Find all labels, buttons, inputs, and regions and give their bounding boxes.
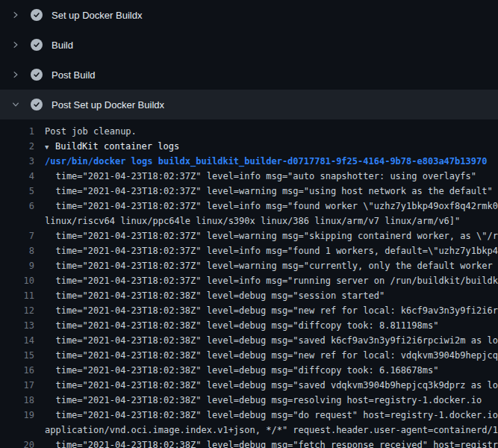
log-line-text: time="2021-04-23T18:02:37Z" level=info m… [45,199,498,214]
log-line: 9 time="2021-04-23T18:02:37Z" level=warn… [0,258,498,273]
section-header-post-set-up-docker-buildx[interactable]: Post Set up Docker Buildx [0,90,498,119]
log-line-number[interactable]: 5 [0,184,45,199]
log-line: 1Post job cleanup. [0,124,498,139]
log-line-number[interactable]: 4 [0,169,45,184]
success-check-icon [31,9,43,21]
chevron-right-icon [10,69,21,80]
section-title: Build [52,40,73,51]
log-line-text: time="2021-04-23T18:02:37Z" level=warnin… [45,228,498,243]
log-line-text: time="2021-04-23T18:02:38Z" level=debug … [45,393,498,408]
log-line-text: time="2021-04-23T18:02:37Z" level=info m… [45,243,498,258]
log-line-number [0,423,45,438]
log-line-number[interactable]: 1 [0,124,45,139]
log-line-text: time="2021-04-23T18:02:37Z" level=warnin… [45,258,498,273]
log-line-text: time="2021-04-23T18:02:38Z" level=debug … [45,348,498,363]
log-line: 18 time="2021-04-23T18:02:38Z" level=deb… [0,393,498,408]
section-title: Post Set up Docker Buildx [52,99,164,111]
log-line-text: time="2021-04-23T18:02:38Z" level=debug … [45,288,498,303]
log-line-text: time="2021-04-23T18:02:38Z" level=debug … [45,318,498,333]
log-group-caret-icon[interactable]: ▼ [45,140,55,155]
log-line-text: ▼BuildKit container logs [45,139,498,154]
log-line-text: time="2021-04-23T18:02:38Z" level=debug … [45,363,498,378]
log-line: 15 time="2021-04-23T18:02:38Z" level=deb… [0,348,498,363]
log-line: application/vnd.oci.image.index.v1+json,… [0,423,498,438]
success-check-icon [31,99,43,111]
log-line: 14 time="2021-04-23T18:02:38Z" level=deb… [0,333,498,348]
log-line-number[interactable]: 6 [0,199,45,214]
log-line-number[interactable]: 2 [0,139,45,154]
log-line-number[interactable]: 16 [0,363,45,378]
log-line-number[interactable]: 19 [0,408,45,423]
log-line-text: time="2021-04-23T18:02:38Z" level=debug … [45,408,498,423]
log-line-number[interactable]: 3 [0,154,45,169]
success-check-icon [31,39,43,51]
log-line-text: application/vnd.oci.image.index.v1+json,… [45,423,498,438]
log-line: 5 time="2021-04-23T18:02:37Z" level=warn… [0,184,498,199]
chevron-right-icon [10,10,21,20]
log-line-number[interactable]: 13 [0,318,45,333]
log-line-number[interactable]: 10 [0,273,45,288]
log-line-number[interactable]: 18 [0,393,45,408]
log-line-number[interactable]: 15 [0,348,45,363]
log-line-text: time="2021-04-23T18:02:38Z" level=debug … [45,378,498,393]
log-line: 19 time="2021-04-23T18:02:38Z" level=deb… [0,408,498,423]
log-line: 8 time="2021-04-23T18:02:37Z" level=info… [0,243,498,258]
log-line-number[interactable]: 11 [0,288,45,303]
log-line-text: time="2021-04-23T18:02:37Z" level=warnin… [45,184,498,199]
section-title: Set up Docker Buildx [52,10,142,21]
log-line: linux/riscv64 linux/ppc64le linux/s390x … [0,214,498,228]
log-line: 7 time="2021-04-23T18:02:37Z" level=warn… [0,228,498,243]
log-line: 4 time="2021-04-23T18:02:37Z" level=info… [0,169,498,184]
log-line-number[interactable]: 8 [0,243,45,258]
log-line: 2▼BuildKit container logs [0,139,498,154]
log-line: 17 time="2021-04-23T18:02:38Z" level=deb… [0,378,498,393]
log-line-number[interactable]: 14 [0,333,45,348]
log-line-text: time="2021-04-23T18:02:37Z" level=info m… [45,273,498,288]
log-group-title: BuildKit container logs [55,141,179,152]
log-line-text: time="2021-04-23T18:02:38Z" level=debug … [45,303,498,318]
log-line-number [0,214,45,228]
section-header-build[interactable]: Build [0,30,498,60]
log-line: 10 time="2021-04-23T18:02:37Z" level=inf… [0,273,498,288]
success-check-icon [31,69,43,81]
log-line-text: time="2021-04-23T18:02:38Z" level=debug … [45,438,498,448]
log-line: 3/usr/bin/docker logs buildx_buildkit_bu… [0,154,498,169]
log-line: 20 time="2021-04-23T18:02:38Z" level=deb… [0,438,498,448]
log-line-text: Post job cleanup. [45,124,498,139]
log-line: 13 time="2021-04-23T18:02:38Z" level=deb… [0,318,498,333]
log-line: 6 time="2021-04-23T18:02:37Z" level=info… [0,199,498,214]
log-line-number[interactable]: 17 [0,378,45,393]
log-line: 16 time="2021-04-23T18:02:38Z" level=deb… [0,363,498,378]
section-header-set-up-docker-buildx[interactable]: Set up Docker Buildx [0,0,498,30]
log-line-text: linux/riscv64 linux/ppc64le linux/s390x … [45,214,498,228]
log-command-text: /usr/bin/docker logs buildx_buildkit_bui… [45,154,498,169]
log-line: 12 time="2021-04-23T18:02:38Z" level=deb… [0,303,498,318]
chevron-down-icon [10,99,21,110]
log-line-number[interactable]: 9 [0,258,45,273]
log-line-number[interactable]: 20 [0,438,45,448]
section-header-post-build[interactable]: Post Build [0,60,498,90]
chevron-right-icon [10,40,21,50]
log-viewer: 1Post job cleanup.2▼BuildKit container l… [0,119,498,448]
section-title: Post Build [52,69,96,81]
log-line-number[interactable]: 7 [0,228,45,243]
log-line-number[interactable]: 12 [0,303,45,318]
job-steps-list: Set up Docker BuildxBuildPost BuildPost … [0,0,498,119]
log-line-text: time="2021-04-23T18:02:38Z" level=debug … [45,333,498,348]
log-line-text: time="2021-04-23T18:02:37Z" level=info m… [45,169,498,184]
log-line: 11 time="2021-04-23T18:02:38Z" level=deb… [0,288,498,303]
